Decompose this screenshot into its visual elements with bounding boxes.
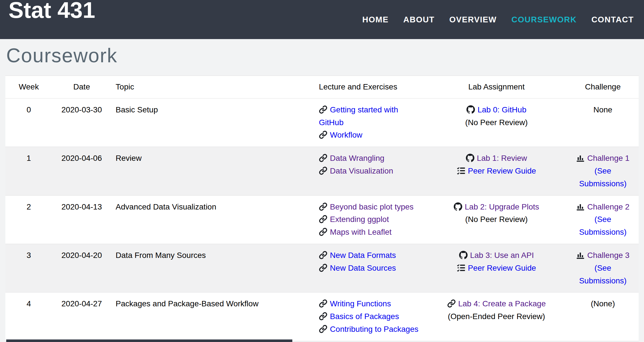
week-cell: 1 [5,147,52,195]
challenge-cell: (None) [567,292,639,341]
nav-item-coursework[interactable]: COURSEWORK [511,15,577,24]
link-icon [319,154,327,162]
cell-link[interactable]: Maps with Leaflet [319,226,421,239]
topic-cell: Basic Setup [111,98,314,147]
page-title: Coursework [6,45,644,67]
lab-cell: Lab 4: Create a Package(Open-Ended Peer … [426,292,567,341]
topic-cell: Data From Many Sources [111,244,314,292]
table-row-week-2: 22020-04-13Advanced Data VisualizationBe… [5,195,639,244]
cell-link[interactable]: Challenge 1 [576,154,629,163]
coursework-table: WeekDateTopicLecture and ExercisesLab As… [5,76,639,341]
cell-link[interactable]: Extending ggplot [319,213,421,226]
chart-icon [576,202,585,211]
main-content: Coursework WeekDateTopicLecture and Exer… [0,45,644,341]
week-cell: 0 [5,98,52,147]
link-icon [319,325,327,333]
cell-link[interactable]: (See Submissions) [579,264,626,285]
date-cell: 2020-04-13 [52,195,111,244]
challenge-cell: Challenge 3 (See Submissions) [567,244,639,292]
lecture-cell: Data WranglingData Visualization [314,147,426,195]
cell-link[interactable]: Workflow [319,129,421,142]
link-icon [319,166,327,175]
chart-icon [576,154,585,162]
cell-link[interactable]: Beyond basic plot types [319,201,421,213]
cell-link[interactable]: Lab 2: Upgrade Plots [430,201,563,213]
link-icon [447,299,456,308]
cell-link[interactable]: Peer Review Guide [430,262,563,275]
week-cell: 2 [5,195,52,244]
cell-link[interactable]: New Data Sources [319,262,421,275]
lab-cell: Lab 2: Upgrade Plots(No Peer Review) [426,195,567,244]
cell-text: (No Peer Review) [430,116,563,129]
cell-link[interactable]: Data Wrangling [319,152,421,165]
github-icon [466,154,474,162]
cell-link[interactable]: Data Visualization [319,165,421,178]
cell-text: (No Peer Review) [430,213,563,226]
top-navbar: Stat 431 HOMEABOUTOVERVIEWCOURSEWORKCONT… [0,0,644,39]
column-header-lab-assignment: Lab Assignment [426,76,567,99]
github-icon [454,202,462,211]
cell-text: None [593,105,612,114]
topic-cell: Review [111,147,314,195]
link-icon [319,299,327,308]
column-header-challenge: Challenge [567,76,639,99]
cell-link[interactable]: Lab 0: GitHub [430,104,563,116]
lab-cell: Lab 1: ReviewPeer Review Guide [426,147,567,195]
lab-cell: Lab 0: GitHub(No Peer Review) [426,98,567,147]
column-header-date: Date [52,76,111,99]
cell-link[interactable]: Lab 3: Use an API [430,249,563,262]
cell-link[interactable]: Lab 1: Review [430,152,563,165]
link-icon [319,264,327,272]
cell-link[interactable]: Challenge 3 [576,251,629,260]
challenge-cell: None [567,98,639,147]
tasks-icon [457,166,465,175]
site-brand[interactable]: Stat 431 [8,0,95,22]
cell-link[interactable]: Getting started with GitHub [319,104,421,129]
link-icon [319,251,327,259]
lecture-cell: Writing FunctionsBasics of PackagesContr… [314,292,426,341]
partially-visible-dark-element [6,339,292,342]
tasks-icon [457,264,465,272]
date-cell: 2020-04-20 [52,244,111,292]
cell-link[interactable]: Peer Review Guide [430,165,563,178]
challenge-cell: Challenge 2 (See Submissions) [567,195,639,244]
cell-link[interactable]: Writing Functions [319,298,421,310]
nav-item-about[interactable]: ABOUT [403,15,435,24]
link-icon [319,312,327,320]
date-cell: 2020-03-30 [52,98,111,147]
date-cell: 2020-04-06 [52,147,111,195]
column-header-lecture-and-exercises: Lecture and Exercises [314,76,426,99]
link-icon [319,105,327,114]
link-icon [319,228,327,236]
lab-cell: Lab 3: Use an APIPeer Review Guide [426,244,567,292]
cell-link[interactable]: Lab 4: Create a Package [430,298,563,310]
column-header-week: Week [5,76,52,99]
cell-link[interactable]: New Data Formats [319,249,421,262]
nav-item-home[interactable]: HOME [362,15,389,24]
cell-link[interactable]: (See Submissions) [579,215,626,236]
table-row-week-0: 02020-03-30Basic SetupGetting started wi… [5,98,639,147]
cell-link[interactable]: Contributing to Packages [319,323,421,336]
column-header-topic: Topic [111,76,314,99]
table-row-week-4: 42020-04-27Packages and Package-Based Wo… [5,292,639,341]
table-row-week-1: 12020-04-06ReviewData WranglingData Visu… [5,147,639,195]
lecture-cell: Beyond basic plot typesExtending ggplotM… [314,195,426,244]
link-icon [319,131,327,139]
nav-item-overview[interactable]: OVERVIEW [449,15,497,24]
cell-link[interactable]: (See Submissions) [579,166,626,188]
cell-text: (None) [591,299,615,308]
cell-link[interactable]: Challenge 2 [576,202,629,211]
challenge-cell: Challenge 1 (See Submissions) [567,147,639,195]
table-header-row: WeekDateTopicLecture and ExercisesLab As… [5,76,639,99]
table-row-week-3: 32020-04-20Data From Many SourcesNew Dat… [5,244,639,292]
link-icon [319,202,327,211]
github-icon [466,105,475,114]
topic-cell: Advanced Data Visualization [111,195,314,244]
github-icon [459,251,468,259]
chart-icon [576,251,585,259]
nav-item-contact[interactable]: CONTACT [591,15,634,24]
nav-menu: HOMEABOUTOVERVIEWCOURSEWORKCONTACT [362,15,634,24]
week-cell: 3 [5,244,52,292]
lecture-cell: New Data FormatsNew Data Sources [314,244,426,292]
cell-link[interactable]: Basics of Packages [319,310,421,323]
